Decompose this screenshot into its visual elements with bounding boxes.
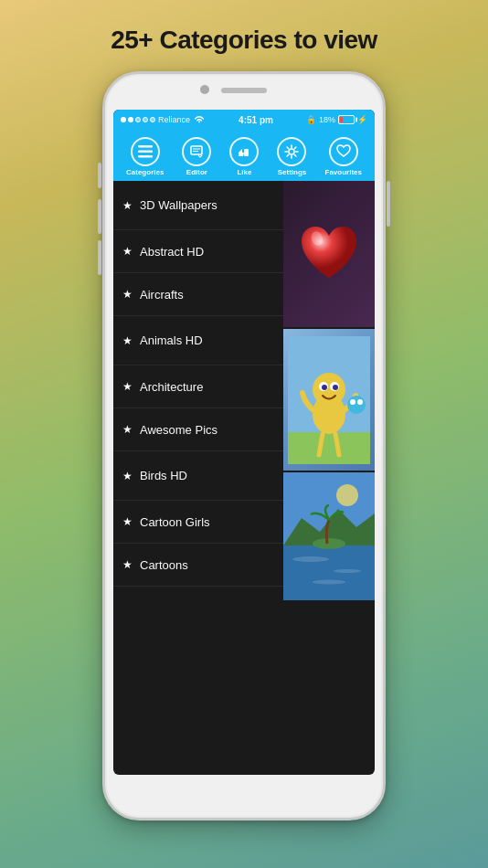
star-icon-0: ★ [122,199,133,212]
category-name-5: Awesome Pics [140,423,217,437]
nav-bar: Categories Editor [113,130,375,181]
categories-icon [131,137,160,166]
svg-point-26 [313,580,345,585]
category-name-4: Architecture [140,380,203,394]
list-item[interactable]: ★ Cartoons [113,544,283,587]
lightning-icon: ⚡ [357,115,367,124]
like-icon [229,137,259,166]
signal-dots [121,117,155,122]
nav-item-favourites[interactable]: Favourites [325,137,362,176]
lock-icon: 🔒 [306,115,316,124]
category-name-7: Cartoon Girls [140,515,210,529]
star-icon-1: ★ [122,245,133,258]
list-item[interactable]: ★ Aircrafts [113,273,283,316]
status-left: Reliance [121,115,206,124]
nav-item-settings[interactable]: Settings [277,137,306,176]
svg-point-12 [313,373,345,406]
nav-item-editor[interactable]: Editor [182,137,211,176]
svg-point-15 [322,385,327,390]
battery-pct-label: 18% [319,115,335,124]
svg-point-18 [350,399,355,405]
svg-rect-10 [288,432,370,464]
svg-point-17 [347,396,366,414]
svg-rect-23 [283,545,375,600]
category-name-2: Aircrafts [140,288,184,302]
status-bar: Reliance 4:51 pm 🔒 18% ⚡ [113,110,375,130]
svg-point-25 [334,569,361,573]
svg-point-7 [289,149,294,154]
svg-rect-1 [138,150,153,153]
headline: 25+ Categories to view [92,0,396,71]
battery-fill [340,117,343,122]
phone-button-left1 [98,163,101,188]
category-name-1: Abstract HD [140,245,204,259]
nav-item-like[interactable]: Like [229,137,259,176]
battery-icon [338,115,355,124]
settings-icon [277,137,306,166]
status-right: 🔒 18% ⚡ [306,115,367,124]
category-name-0: 3D Wallpapers [140,198,217,212]
list-panel: ★ 3D Wallpapers ★ Abstract HD ★ Aircraft… [113,181,283,600]
svg-rect-6 [244,149,249,156]
content-area: ★ 3D Wallpapers ★ Abstract HD ★ Aircraft… [113,181,375,600]
svg-point-24 [292,556,329,562]
phone-button-right [387,181,390,227]
thumb-cartoon [283,329,375,471]
dot1 [121,117,126,122]
svg-point-19 [357,399,363,405]
favourites-icon [329,137,358,166]
phone-speaker [221,88,267,93]
list-item[interactable]: ★ Birds HD [113,451,283,501]
star-icon-7: ★ [122,515,133,528]
phone-button-left2 [98,199,101,234]
settings-label: Settings [278,168,307,176]
list-item[interactable]: ★ Architecture [113,365,283,408]
like-label: Like [237,168,251,176]
dot5 [150,117,155,122]
svg-rect-2 [138,155,153,158]
nav-item-categories[interactable]: Categories [126,137,164,176]
dot2 [128,117,133,122]
thumb-landscape [283,472,375,600]
svg-rect-0 [138,145,153,148]
list-item[interactable]: ★ Awesome Pics [113,408,283,451]
editor-label: Editor [186,168,207,176]
category-name-8: Cartoons [140,558,188,572]
star-icon-5: ★ [122,423,133,436]
category-name-6: Birds HD [140,469,187,482]
phone-button-left3 [98,240,101,275]
image-panel [283,181,375,600]
status-time: 4:51 pm [239,115,273,125]
star-icon-3: ★ [122,334,133,347]
star-icon-4: ★ [122,380,133,393]
dot3 [135,117,141,122]
star-icon-6: ★ [122,470,133,482]
battery-shell [338,115,355,124]
thumb-heart [283,181,375,327]
phone-screen: Reliance 4:51 pm 🔒 18% ⚡ [113,110,375,775]
list-item[interactable]: ★ 3D Wallpapers [113,181,283,230]
list-item[interactable]: ★ Cartoon Girls [113,501,283,544]
carrier-label: Reliance [158,115,190,124]
categories-label: Categories [126,168,164,176]
svg-point-16 [333,385,338,390]
favourites-label: Favourites [325,168,362,176]
list-item[interactable]: ★ Abstract HD [113,230,283,273]
editor-icon [182,137,211,166]
dot4 [143,117,148,122]
phone-wrapper: Reliance 4:51 pm 🔒 18% ⚡ [102,71,386,820]
star-icon-2: ★ [122,288,133,301]
star-icon-8: ★ [122,558,133,571]
svg-rect-3 [191,146,202,154]
svg-point-21 [336,484,358,506]
wifi-icon [193,115,206,124]
category-name-3: Animals HD [140,333,203,347]
svg-point-27 [313,538,345,549]
phone-camera [200,85,209,94]
list-item[interactable]: ★ Animals HD [113,316,283,365]
